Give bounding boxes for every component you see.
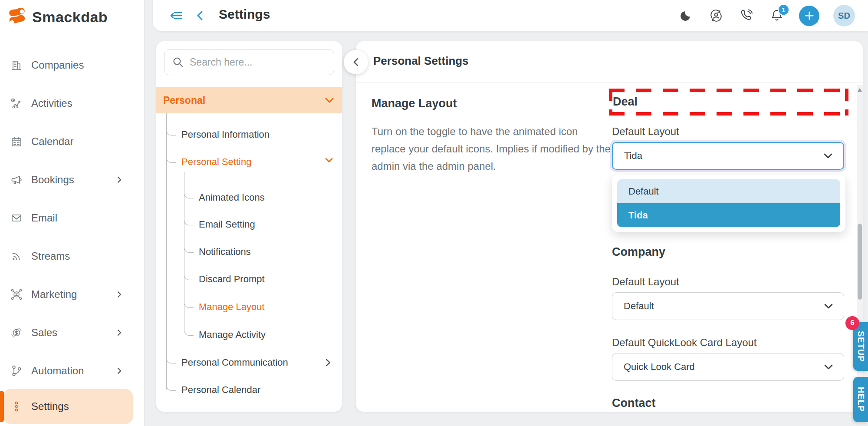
- sidebar-item-automation[interactable]: Automation: [0, 357, 145, 385]
- app-root: Smackdab Companies Activities: [0, 0, 868, 426]
- sidebar-item-streams[interactable]: Streams: [0, 242, 145, 270]
- search-icon: [171, 56, 184, 69]
- sidebar-item-calendar[interactable]: Calendar: [0, 128, 145, 155]
- back-chevron-icon[interactable]: [194, 10, 206, 22]
- sidebar-item-bookings[interactable]: Bookings: [0, 166, 145, 194]
- dark-mode-moon-icon[interactable]: [677, 7, 694, 24]
- sidebar-label: Marketing: [31, 288, 77, 301]
- tree-item-discard-prompt[interactable]: Discard Prompt: [156, 268, 342, 290]
- email-icon: [9, 210, 24, 226]
- chevron-right-icon: [325, 358, 334, 367]
- header-actions: 1 SD: [677, 0, 855, 31]
- brand-logo[interactable]: Smackdab: [7, 7, 108, 27]
- company-default-layout-label: Default Layout: [612, 276, 679, 288]
- dropdown-option-default[interactable]: Default: [617, 179, 840, 203]
- sidebar-item-activities[interactable]: Activities: [0, 89, 145, 117]
- switch-user-icon[interactable]: [708, 7, 724, 24]
- nav-group-personal[interactable]: Personal: [156, 87, 342, 113]
- chevron-right-icon: [115, 329, 123, 337]
- sidebar-item-marketing[interactable]: Marketing: [0, 281, 145, 308]
- sidebar-label: Bookings: [31, 174, 74, 186]
- companies-icon: [9, 57, 24, 73]
- company-quicklook-select[interactable]: Quick Look Card: [612, 353, 844, 381]
- top-header: Settings: [153, 0, 868, 31]
- sidebar-label: Companies: [31, 59, 84, 71]
- sidebar-item-settings[interactable]: Settings: [0, 393, 145, 420]
- active-item-bar: [0, 391, 4, 422]
- chevron-right-icon: [115, 291, 123, 298]
- automation-icon: [9, 363, 24, 379]
- sidebar-label: Automation: [31, 365, 84, 377]
- section-title: Manage Layout: [372, 97, 457, 110]
- sidebar-label: Sales: [31, 327, 57, 339]
- divider: [356, 83, 863, 83]
- sidebar-label: Email: [31, 212, 57, 224]
- settings-search[interactable]: [164, 49, 334, 75]
- scroll-thumb[interactable]: [858, 224, 862, 300]
- contact-heading: Contact: [612, 396, 656, 410]
- tree-item-manage-layout[interactable]: Manage Layout: [156, 296, 342, 318]
- sidebar-label: Calendar: [31, 135, 73, 148]
- deal-default-layout-label: Default Layout: [612, 125, 679, 138]
- streams-icon: [9, 248, 24, 264]
- smackdab-logo-icon: [7, 7, 27, 27]
- deal-heading: Deal: [613, 95, 638, 109]
- tree-item-notifications[interactable]: Notifications: [156, 241, 342, 263]
- panel-back-button[interactable]: [344, 50, 368, 74]
- chevron-down-icon: [823, 361, 834, 373]
- sidebar-item-companies[interactable]: Companies: [0, 51, 145, 79]
- chevron-down-icon: [325, 157, 334, 167]
- sidebar-item-sales[interactable]: Sales: [0, 319, 145, 347]
- tree-item-personal-communication[interactable]: Personal Communication: [156, 352, 342, 373]
- chevron-down-icon: [325, 97, 334, 104]
- sales-icon: [9, 325, 24, 340]
- tree-item-personal-calendar[interactable]: Personal Calendar: [156, 379, 342, 401]
- tree-item-email-setting[interactable]: Email Setting: [156, 214, 342, 235]
- red-annotation-box: [609, 89, 848, 116]
- setup-tab[interactable]: SETUP: [853, 322, 868, 371]
- notification-badge: 1: [778, 4, 789, 16]
- tree-item-personal-information[interactable]: Personal Information: [156, 124, 342, 145]
- company-default-layout-select[interactable]: Default: [612, 292, 844, 320]
- section-description: Turn on the toggle to have the animated …: [372, 123, 611, 175]
- chevron-down-icon: [823, 301, 834, 312]
- chevron-down-icon: [822, 150, 834, 162]
- user-avatar[interactable]: SD: [833, 5, 855, 26]
- panel-title: Personal Settings: [373, 54, 469, 68]
- chevron-right-icon: [115, 176, 123, 184]
- page-title: Settings: [219, 7, 270, 22]
- personal-settings-panel: Personal Settings Manage Layout Turn on …: [356, 41, 863, 412]
- tree-item-personal-setting[interactable]: Personal Setting: [156, 151, 342, 173]
- notifications-bell-icon[interactable]: 1: [769, 7, 785, 24]
- sidebar-item-email[interactable]: Email: [0, 204, 145, 232]
- chevron-right-icon: [115, 367, 123, 375]
- deal-layout-dropdown: Default Tida: [612, 175, 845, 232]
- scroll-up-arrow[interactable]: [858, 88, 862, 92]
- help-tab[interactable]: HELP: [853, 377, 868, 422]
- collapse-sidebar-icon[interactable]: [169, 8, 184, 23]
- deal-default-layout-select[interactable]: Tida: [612, 142, 844, 170]
- marketing-icon: [9, 287, 24, 302]
- dropdown-option-tida[interactable]: Tida: [617, 203, 840, 227]
- tree-item-manage-activity[interactable]: Manage Activity: [156, 324, 342, 346]
- activities-icon: [9, 96, 24, 111]
- company-quicklook-label: Default QuickLook Card Layout: [612, 337, 757, 349]
- settings-dots-icon: [9, 399, 24, 414]
- group-label: Personal: [163, 95, 205, 106]
- setup-badge: 6: [845, 316, 859, 330]
- sidebar-label: Settings: [31, 400, 69, 413]
- sidebar-label: Activities: [31, 97, 72, 109]
- brand-name: Smackdab: [32, 9, 108, 26]
- sidebar-label: Streams: [31, 250, 70, 262]
- phone-call-icon[interactable]: [738, 7, 755, 24]
- search-input[interactable]: [190, 56, 327, 68]
- company-heading: Company: [612, 245, 665, 259]
- tree-item-animated-icons[interactable]: Animated Icons: [156, 187, 342, 208]
- bookings-icon: [9, 172, 24, 188]
- calendar-icon: [9, 134, 24, 149]
- main-sidebar: Smackdab Companies Activities: [0, 0, 145, 426]
- add-new-button[interactable]: [799, 6, 819, 26]
- settings-nav-panel: Personal Personal Information Personal S…: [156, 41, 342, 412]
